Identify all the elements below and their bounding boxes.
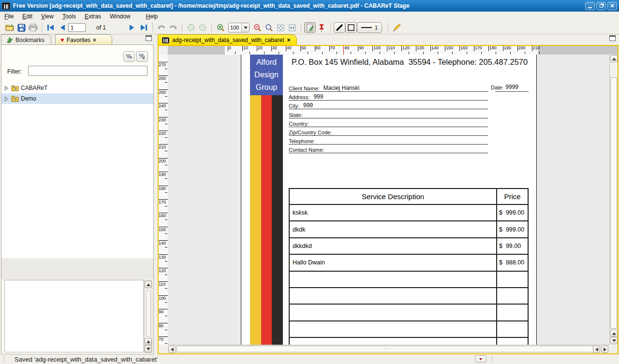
scroll-up-button2[interactable]: [610, 330, 618, 337]
zoom-actual-button[interactable]: [263, 22, 275, 33]
scroll-right-button[interactable]: [601, 346, 608, 353]
panel-maximize-button[interactable]: [146, 35, 152, 41]
open-button[interactable]: [4, 22, 15, 33]
price-cell: [496, 288, 528, 304]
restore-button[interactable]: [596, 2, 606, 10]
line-width-button[interactable]: 1: [357, 22, 382, 33]
horizontal-thumb[interactable]: ┄┄: [177, 346, 598, 352]
redo-button[interactable]: [167, 22, 179, 33]
heart-icon: ♥: [60, 36, 64, 44]
company-logo: AlfordDesignGroup: [250, 55, 283, 95]
menubar: FileEditViewToolsExtrasWindowHelp: [0, 12, 619, 21]
scroll-left-button[interactable]: [168, 346, 176, 353]
menu-edit[interactable]: Edit: [18, 12, 37, 21]
sign-tool-button[interactable]: [391, 22, 403, 33]
print-button[interactable]: [27, 22, 39, 33]
scroll-left-button2[interactable]: [593, 346, 600, 353]
close-document-icon[interactable]: ×: [287, 37, 291, 44]
undo-button[interactable]: [156, 22, 167, 33]
tree-item-cabaret[interactable]: CABAReT: [1, 83, 153, 93]
edit-mode-toggle[interactable]: [304, 22, 316, 33]
zoom-out-button[interactable]: [251, 22, 263, 33]
document-viewport[interactable]: AlfordDesignGroup P.O. Box 145 Winfield,…: [168, 55, 609, 345]
collapse-all-button[interactable]: [123, 51, 135, 62]
ruler-tick: 10: [242, 46, 248, 51]
menu-file[interactable]: File: [0, 12, 18, 21]
scroll-up-button[interactable]: [610, 55, 618, 62]
horizontal-scrollbar[interactable]: ┄┄: [168, 345, 609, 353]
ruler-tick: 60: [315, 46, 321, 51]
open-folder-icon: [5, 24, 15, 31]
menu-window[interactable]: Window: [105, 12, 135, 21]
preview-scrollbar[interactable]: [144, 280, 152, 353]
tab-favorites[interactable]: ♥ Favorites ×: [55, 34, 112, 45]
editor-maximize-button[interactable]: [609, 35, 616, 41]
field-label: Zip/Country Code:: [289, 130, 332, 135]
next-view-icon: [199, 24, 206, 31]
pin-button[interactable]: [316, 22, 327, 33]
filter-input[interactable]: [28, 66, 147, 76]
table-row: [290, 305, 528, 321]
ruler-corner: [159, 46, 168, 55]
menu-extras[interactable]: Extras: [80, 12, 105, 21]
ruler-tick: 130: [416, 46, 424, 51]
ruler-tick: 100: [159, 295, 168, 301]
service-table: Service Description Price ksksk$ 999.00d…: [289, 188, 529, 345]
fit-width-button[interactable]: [286, 22, 298, 33]
first-page-button[interactable]: [45, 22, 57, 33]
toolbar: of 1: [0, 21, 619, 34]
ruler-tick: 150: [159, 227, 168, 232]
line-sample-icon: [361, 27, 372, 28]
close-tab-icon[interactable]: ×: [93, 37, 96, 44]
price-cell: [496, 338, 528, 345]
pen-tool-button[interactable]: [334, 22, 345, 33]
tab-bookmarks[interactable]: Bookmarks: [1, 34, 51, 45]
prev-view-button[interactable]: [185, 22, 197, 33]
vertical-scrollbar[interactable]: [609, 55, 618, 345]
zoom-input[interactable]: [229, 24, 241, 31]
last-page-button[interactable]: [138, 22, 149, 33]
save-button[interactable]: [15, 22, 27, 33]
scrollbar-thumb[interactable]: [146, 291, 150, 336]
quill-icon: [393, 24, 401, 32]
scroll-up-button2[interactable]: [145, 338, 152, 345]
close-button[interactable]: ✕: [607, 2, 617, 10]
prev-page-button[interactable]: [57, 22, 68, 33]
rect-tool-button[interactable]: [345, 22, 357, 33]
document-tab[interactable]: adg-receipt_with_data_saved_with_cabaret…: [158, 34, 297, 45]
page-input[interactable]: [68, 23, 86, 32]
date-value: 9999: [505, 84, 518, 90]
table-row: [290, 288, 528, 305]
fit-page-icon: [277, 24, 285, 32]
table-header: Service Description Price: [290, 189, 528, 205]
expander-icon[interactable]: [4, 96, 9, 102]
next-view-button[interactable]: [197, 22, 208, 33]
field-state: State:: [289, 110, 488, 118]
cursor-position-marker: [343, 46, 344, 55]
scroll-down-button[interactable]: [610, 337, 618, 344]
zoom-in-button[interactable]: [215, 22, 226, 33]
minimize-button[interactable]: [585, 2, 595, 10]
zoom-combo[interactable]: [228, 23, 250, 32]
fit-page-button[interactable]: [275, 22, 286, 33]
ruler-tick: 210: [532, 46, 540, 51]
service-description-cell: [290, 321, 496, 337]
status-dropdown-button[interactable]: [475, 355, 486, 363]
expander-icon[interactable]: [4, 86, 9, 91]
tree-item-demo[interactable]: Demo: [1, 93, 153, 104]
vertical-thumb[interactable]: [610, 77, 617, 329]
menu-view[interactable]: View: [37, 12, 58, 21]
menu-tools[interactable]: Tools: [58, 12, 80, 21]
expand-all-button[interactable]: [136, 51, 148, 62]
menu-help[interactable]: Help: [142, 12, 162, 21]
fit-width-icon: [288, 24, 296, 32]
redo-icon: [169, 24, 177, 31]
field-label: City:: [289, 103, 299, 109]
zoom-dropdown-button[interactable]: [241, 23, 249, 32]
scroll-down-button[interactable]: [145, 345, 152, 352]
ruler-tick: 40: [286, 46, 292, 51]
next-page-button[interactable]: [126, 22, 138, 33]
scroll-up-button[interactable]: [145, 281, 152, 288]
ruler-tick: 200: [517, 46, 526, 51]
price-cell: $ 999.00: [496, 205, 528, 220]
